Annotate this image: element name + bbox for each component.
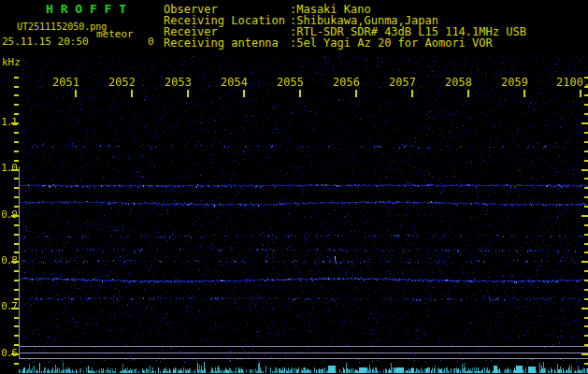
time-tick-label: 2051 (52, 77, 79, 89)
freq-tick-label: 0.9 (0, 209, 17, 221)
time-tick-label: 2052 (108, 77, 136, 89)
observation-mode-label: meteor (96, 29, 134, 40)
capture-datetime: 25.11.15 20:50 (2, 36, 89, 48)
time-tick-label: 2059 (501, 77, 528, 89)
freq-tick-label: 0.7 (0, 301, 17, 312)
time-tick-label: 2054 (221, 77, 248, 89)
time-tick-label: 2056 (333, 77, 360, 89)
baseline-upper (19, 346, 588, 347)
freq-axis-unit: kHz (2, 57, 21, 68)
capture-filename: UT2511152050.png (17, 22, 107, 32)
baseline-lower (19, 358, 588, 359)
freq-tick-label: 0.6 (0, 348, 17, 359)
spectrogram-left-border (19, 166, 20, 359)
time-tick-label: 2058 (445, 77, 472, 89)
app-title: H R O F F T (46, 3, 126, 16)
spectrogram-canvas (0, 56, 588, 374)
freq-tick-label: 1.0 (0, 163, 17, 174)
header-field-value: :5el Yagi Az 20 for Aomori VOR (290, 37, 493, 50)
time-tick-label: 2055 (277, 77, 304, 89)
hrofft-window: H R O F F T UT2511152050.png meteor 25.1… (0, 0, 588, 374)
time-tick-label: 2100. (556, 77, 588, 89)
echo-count: 0 (148, 36, 154, 48)
header-field-label: Receiving antenna (164, 37, 279, 50)
freq-tick-label: 1.1 (0, 117, 17, 128)
time-tick-label: 2057 (389, 77, 416, 89)
freq-tick-label: 0.8 (0, 255, 17, 266)
baseline-middle (19, 352, 588, 353)
time-tick-label: 2053 (165, 77, 192, 89)
